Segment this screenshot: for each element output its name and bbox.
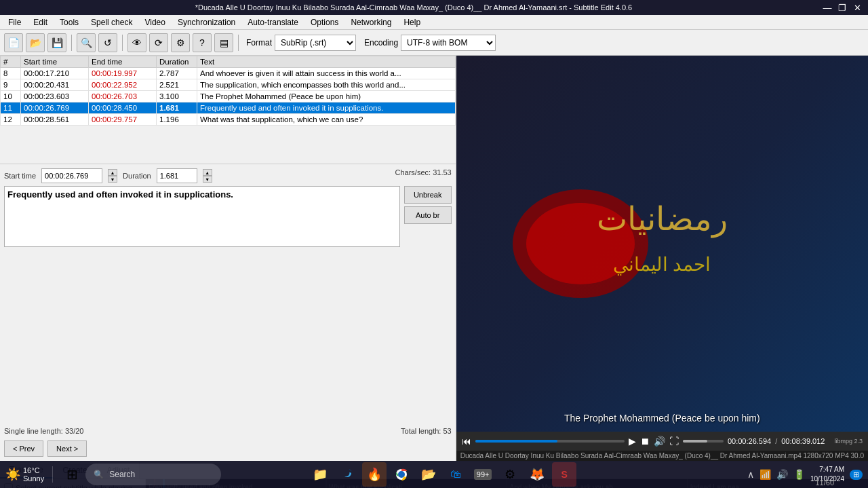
- cell-end: 00:00:29.757: [89, 114, 157, 126]
- settings2-button[interactable]: ⟳: [149, 33, 168, 52]
- notification-badge[interactable]: ⊞: [850, 470, 863, 480]
- cell-num: 8: [1, 68, 21, 79]
- col-text[interactable]: Text: [197, 56, 456, 68]
- col-num[interactable]: #: [1, 56, 21, 68]
- taskbar-app-files[interactable]: 📂: [416, 462, 441, 487]
- table-row[interactable]: 9 00:00:20.431 00:00:22.952 2.521 The su…: [1, 79, 456, 91]
- weather-icon: ☀️: [5, 467, 20, 482]
- subtitle-edit-icon: S: [561, 469, 567, 480]
- video-art-svg: رمضانيات احمد اليماني: [499, 176, 825, 312]
- settings1-button[interactable]: 👁: [127, 33, 146, 52]
- menu-item-options[interactable]: Options: [305, 16, 344, 29]
- gear-button[interactable]: ⚙: [171, 33, 190, 52]
- menu-item-synchronization[interactable]: Synchronization: [172, 16, 241, 29]
- table-row[interactable]: 10 00:00:23.603 00:00:26.703 3.100 The P…: [1, 91, 456, 102]
- start-button[interactable]: ⊞: [61, 464, 83, 485]
- current-time: 00:00:26.594: [728, 437, 771, 445]
- layout-button[interactable]: ▤: [214, 33, 233, 52]
- subtitle-table: # Start time End time Duration Text 8 00…: [0, 56, 456, 164]
- unbreak-button[interactable]: Unbreak: [404, 186, 452, 204]
- duration-up[interactable]: ▲: [203, 169, 212, 176]
- weather-widget: ☀️ 16°C Sunny: [5, 466, 44, 483]
- menu-item-edit[interactable]: Edit: [28, 16, 53, 29]
- find-button[interactable]: 🔍: [77, 33, 96, 52]
- cell-num: 9: [1, 79, 21, 91]
- volume-icon[interactable]: 🔊: [776, 469, 788, 480]
- new-button[interactable]: 📄: [4, 33, 23, 52]
- duration-input[interactable]: [157, 168, 197, 183]
- taskbar-app-settings[interactable]: ⚙: [498, 462, 522, 487]
- toolbar: 📄 📂 💾 🔍 ↺ 👁 ⟳ ⚙ ? ▤ Format SubRip (.srt)…: [0, 30, 868, 56]
- volume-bar[interactable]: [683, 440, 724, 443]
- taskbar: ☀️ 16°C Sunny ⊞ 🔍 Search 📁 🔥: [0, 461, 868, 488]
- taskbar-app-store[interactable]: 🛍: [443, 462, 468, 487]
- close-button[interactable]: ✕: [852, 2, 863, 13]
- cell-duration: 2.787: [157, 68, 197, 79]
- menu-item-video[interactable]: Video: [139, 16, 170, 29]
- length-info-row: Single line length: 33/20 Total length: …: [4, 427, 452, 435]
- table-row[interactable]: 12 00:00:28.561 00:00:29.757 1.196 What …: [1, 114, 456, 126]
- edge-icon: [340, 468, 354, 481]
- taskbar-app-edge[interactable]: [335, 462, 359, 487]
- stop-button[interactable]: ⏹: [640, 436, 650, 447]
- menu-item-help[interactable]: Help: [398, 16, 426, 29]
- start-time-down[interactable]: ▼: [108, 176, 117, 183]
- encoding-label: Encoding: [364, 38, 398, 48]
- taskbar-app-fileexplorer[interactable]: 📁: [308, 462, 332, 487]
- edit-time-row: Start time ▲ ▼ Duration ▲ ▼ Chars/sec: 3…: [4, 168, 452, 183]
- cell-start: 00:00:26.769: [21, 102, 89, 114]
- start-time-input[interactable]: [41, 168, 102, 183]
- col-start[interactable]: Start time: [21, 56, 89, 68]
- network-icon[interactable]: 📶: [760, 469, 771, 480]
- col-end[interactable]: End time: [89, 56, 157, 68]
- auto-br-button[interactable]: Auto br: [404, 206, 452, 224]
- cell-text: And whoever is given it will attain succ…: [197, 68, 456, 79]
- col-duration[interactable]: Duration: [157, 56, 197, 68]
- cell-num: 12: [1, 114, 21, 126]
- cell-start: 00:00:17.210: [21, 68, 89, 79]
- play-button[interactable]: ▶: [629, 436, 636, 447]
- rewind-button[interactable]: ⏮: [462, 436, 471, 447]
- battery-icon[interactable]: 🔋: [793, 469, 805, 480]
- text-action-buttons: Unbreak Auto br: [404, 186, 452, 424]
- video-progress-bar[interactable]: [475, 440, 625, 443]
- text-area-container: Frequently used and often invoked it in …: [4, 186, 452, 424]
- main-container: # Start time End time Duration Text 8 00…: [0, 56, 868, 461]
- taskbar-app-counter[interactable]: 99+: [471, 462, 495, 487]
- start-time-up[interactable]: ▲: [108, 169, 117, 176]
- taskbar-app-orange[interactable]: 🔥: [362, 462, 387, 487]
- video-subtitle: The Prophet Mohammed (Peace be upon him): [456, 413, 868, 424]
- prev-button[interactable]: < Prev: [4, 440, 43, 457]
- menu-item-spell-check[interactable]: Spell check: [85, 16, 138, 29]
- table-row[interactable]: 11 00:00:26.769 00:00:28.450 1.681 Frequ…: [1, 102, 456, 114]
- menu-item-networking[interactable]: Networking: [345, 16, 397, 29]
- subtitle-text-input[interactable]: Frequently used and often invoked it in …: [4, 186, 400, 247]
- taskbar-app-chrome[interactable]: [389, 462, 414, 487]
- format-select[interactable]: SubRip (.srt): [275, 35, 356, 51]
- cell-start: 00:00:28.561: [21, 114, 89, 126]
- system-tray-up[interactable]: ∧: [747, 469, 754, 480]
- cell-num: 10: [1, 91, 21, 102]
- maximize-button[interactable]: ❐: [837, 2, 848, 13]
- menu-item-auto-translate[interactable]: Auto-translate: [242, 16, 304, 29]
- cell-duration: 1.196: [157, 114, 197, 126]
- encoding-select[interactable]: UTF-8 with BOM: [401, 35, 496, 51]
- menu-item-tools[interactable]: Tools: [54, 16, 84, 29]
- cell-text: What was that supplication, which we can…: [197, 114, 456, 126]
- total-time: 00:08:39.012: [781, 437, 825, 445]
- mute-button[interactable]: 🔊: [654, 436, 665, 447]
- next-button[interactable]: Next >: [47, 440, 87, 457]
- menu-item-file[interactable]: File: [3, 16, 26, 29]
- open-button[interactable]: 📂: [26, 33, 45, 52]
- fullscreen-button[interactable]: ⛶: [669, 436, 679, 447]
- table-row[interactable]: 8 00:00:17.210 00:00:19.997 2.787 And wh…: [1, 68, 456, 79]
- taskbar-search[interactable]: 🔍 Search: [85, 464, 221, 485]
- taskbar-app-subtitleedit[interactable]: S: [552, 462, 576, 487]
- sep1: [71, 35, 72, 51]
- taskbar-app-firefox[interactable]: 🦊: [525, 462, 549, 487]
- minimize-button[interactable]: —: [822, 2, 833, 13]
- save-button[interactable]: 💾: [47, 33, 66, 52]
- redo-button[interactable]: ↺: [98, 33, 117, 52]
- duration-down[interactable]: ▼: [203, 176, 212, 183]
- help-button[interactable]: ?: [193, 33, 212, 52]
